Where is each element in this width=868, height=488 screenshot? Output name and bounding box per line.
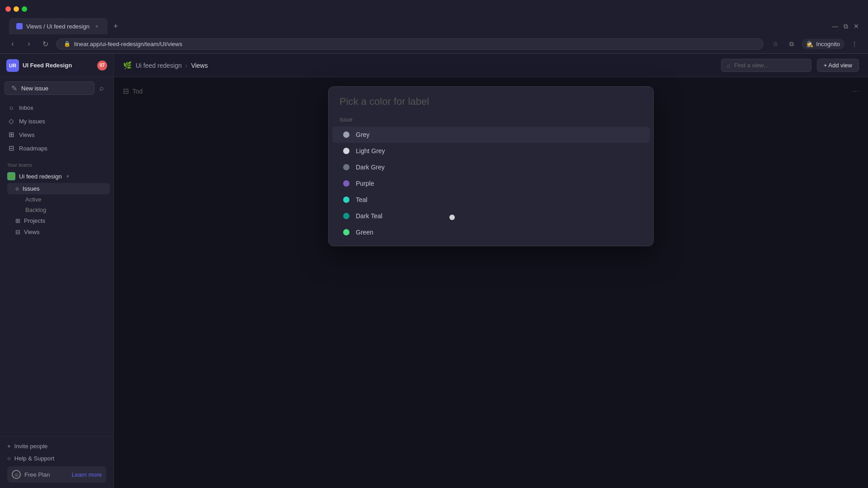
close-window-btn[interactable] [5, 6, 11, 12]
dark-teal-label: Dark Teal [356, 212, 382, 220]
menu-btn[interactable]: ⋮ [848, 38, 861, 50]
breadcrumb-team-icon: 🌿 [123, 61, 132, 70]
add-view-button[interactable]: + Add view [817, 59, 859, 72]
light-grey-dot [343, 148, 349, 154]
minimize-icon[interactable]: — [832, 23, 838, 30]
purple-label: Purple [356, 180, 374, 187]
new-tab-btn[interactable]: + [109, 20, 122, 33]
sidebar-item-inbox[interactable]: ○ Inbox [4, 101, 110, 114]
light-grey-label: Light Grey [356, 147, 385, 155]
color-picker-section-label: Issue [329, 113, 653, 127]
team-nav-item-projects[interactable]: ⊞ Projects [7, 215, 110, 226]
sidebar-item-views[interactable]: ⊞ Views [4, 128, 110, 141]
green-label: Green [356, 229, 373, 236]
sidebar: UR UI Feed Redesign 07 ✎ New issue ⌕ ○ I… [0, 54, 114, 488]
issues-icon: ○ [15, 185, 19, 192]
star-btn[interactable]: ☆ [769, 38, 782, 50]
active-label: Active [25, 196, 41, 203]
incognito-label: Incognito [816, 41, 840, 47]
tab-favicon [16, 23, 23, 29]
team-nav-item-views[interactable]: ⊟ Views [7, 226, 110, 238]
refresh-btn[interactable]: ↻ [40, 38, 51, 49]
color-option-teal[interactable]: Teal [332, 192, 650, 208]
inbox-label: Inbox [19, 104, 33, 111]
header-actions: 07 [97, 61, 107, 70]
breadcrumb-separator: › [185, 62, 188, 69]
minimize-window-btn[interactable] [14, 6, 19, 12]
browser-chrome: Views / Ui feed redesign × + — ⧉ ✕ ‹ › ↻… [0, 0, 868, 54]
close-icon[interactable]: ✕ [854, 23, 859, 30]
browser-addressbar: ‹ › ↻ 🔒 linear.app/ui-feed-redesign/team… [0, 34, 868, 53]
back-btn[interactable]: ‹ [7, 38, 18, 49]
address-bar[interactable]: 🔒 linear.app/ui-feed-redesign/team/UI/vi… [56, 38, 764, 50]
learn-more-link[interactable]: Learn more [72, 471, 102, 478]
breadcrumb-current: Views [191, 62, 208, 69]
workspace-name: UI Feed Redesign [23, 62, 72, 69]
app-layout: UR UI Feed Redesign 07 ✎ New issue ⌕ ○ I… [0, 54, 868, 488]
find-view-placeholder: Find a view... [734, 62, 769, 69]
free-plan-bar: ◎ Free Plan Learn more [7, 466, 106, 483]
roadmaps-icon: ⊟ [7, 144, 15, 152]
dark-teal-dot [343, 213, 349, 219]
incognito-icon: 🕵 [806, 41, 813, 47]
incognito-btn[interactable]: 🕵 Incognito [802, 39, 844, 49]
active-tab[interactable]: Views / Ui feed redesign × [9, 18, 108, 34]
tab-close-btn[interactable]: × [93, 23, 100, 30]
new-issue-button[interactable]: ✎ New issue [5, 81, 94, 95]
restore-icon[interactable]: ⧉ [844, 23, 848, 30]
color-option-green[interactable]: Green [332, 224, 650, 240]
invite-people-btn[interactable]: + Invite people [4, 440, 110, 452]
search-button[interactable]: ⌕ [94, 81, 109, 95]
main-header-actions: ⌕ Find a view... + Add view [721, 59, 859, 72]
sidebar-header: UR UI Feed Redesign 07 [0, 54, 113, 77]
notification-badge[interactable]: 07 [97, 61, 107, 70]
forward-btn[interactable]: › [24, 38, 34, 49]
your-teams-label: Your teams [0, 157, 113, 169]
color-picker-modal: Pick a color for label Issue Grey Light … [328, 86, 654, 246]
maximize-window-btn[interactable] [22, 6, 27, 12]
purple-dot [343, 180, 349, 187]
lock-icon: 🔒 [64, 41, 71, 47]
team-chevron-icon: ▾ [66, 174, 69, 179]
color-option-grey[interactable]: Grey [332, 127, 650, 143]
views-nav-label: Views [19, 131, 34, 138]
workspace-info[interactable]: UR UI Feed Redesign [6, 59, 72, 72]
color-option-dark-grey[interactable]: Dark Grey [332, 159, 650, 175]
free-plan-label: Free Plan [24, 471, 50, 478]
new-issue-label: New issue [21, 85, 48, 92]
color-option-light-grey[interactable]: Light Grey [332, 143, 650, 159]
team-nav-item-issues[interactable]: ○ Issues [7, 183, 110, 194]
new-issue-icon: ✎ [10, 84, 18, 92]
my-issues-icon: ◇ [7, 117, 15, 125]
sidebar-nav: ○ Inbox ◇ My issues ⊞ Views ⊟ Roadmaps [0, 99, 113, 157]
inbox-icon: ○ [7, 103, 15, 112]
find-view-input[interactable]: ⌕ Find a view... [721, 59, 811, 72]
color-picker-header: Pick a color for label [329, 87, 653, 113]
my-issues-label: My issues [19, 118, 45, 125]
grey-dot [343, 131, 349, 138]
extension-btn[interactable]: ⧉ [785, 38, 798, 50]
color-option-purple[interactable]: Purple [332, 175, 650, 192]
help-support-btn[interactable]: ○ Help & Support [4, 452, 110, 465]
team-header[interactable]: 🌿 Ui feed redesign ▾ [4, 169, 110, 183]
views-icon: ⊟ [15, 229, 20, 235]
color-picker-title: Pick a color for label [340, 96, 642, 108]
projects-label: Projects [24, 217, 45, 224]
team-items: ○ Issues Active Backlog ⊞ Projects ⊟ [4, 183, 110, 238]
breadcrumb-team[interactable]: Ui feed redesign [136, 62, 182, 69]
url-text: linear.app/ui-feed-redesign/team/UI/view… [74, 41, 182, 47]
search-icon: ⌕ [99, 84, 104, 92]
workspace-avatar: UR [6, 59, 19, 72]
breadcrumb: 🌿 Ui feed redesign › Views [123, 61, 208, 70]
color-options-list: Grey Light Grey Dark Grey [329, 127, 653, 240]
sub-nav-backlog[interactable]: Backlog [13, 205, 110, 215]
roadmaps-label: Roadmaps [19, 145, 47, 152]
sub-nav-active[interactable]: Active [13, 194, 110, 205]
teal-dot [343, 197, 349, 203]
projects-icon: ⊞ [15, 217, 20, 224]
sidebar-item-roadmaps[interactable]: ⊟ Roadmaps [4, 141, 110, 155]
browser-tabs: Views / Ui feed redesign × + [5, 18, 122, 34]
sidebar-item-my-issues[interactable]: ◇ My issues [4, 114, 110, 128]
color-option-dark-teal[interactable]: Dark Teal [332, 208, 650, 224]
dark-grey-label: Dark Grey [356, 164, 385, 171]
